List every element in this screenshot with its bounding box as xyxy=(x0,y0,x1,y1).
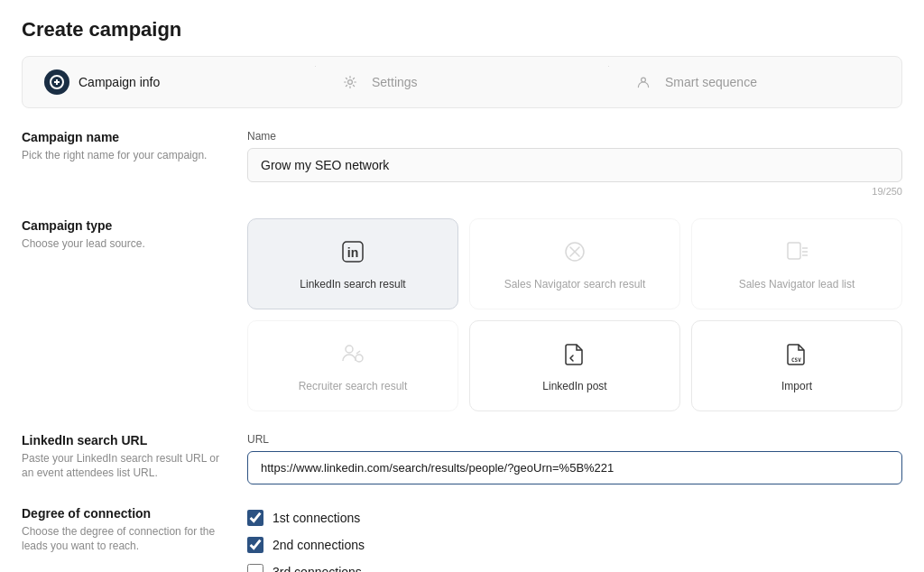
char-count: 19/250 xyxy=(247,186,902,197)
type-linkedin-post-label: LinkedIn post xyxy=(542,379,606,394)
page-container: Create campaign Campaign info xyxy=(0,0,924,572)
url-desc: Paste your LinkedIn search result URL or… xyxy=(22,451,226,482)
recruiter-search-icon xyxy=(337,337,369,370)
header: Create campaign Campaign info xyxy=(0,0,924,108)
campaign-name-input[interactable] xyxy=(247,148,902,182)
campaign-name-desc: Pick the right name for your campaign. xyxy=(22,148,226,163)
type-linkedin-search[interactable]: in LinkedIn search result xyxy=(247,218,458,309)
degree-content: 1st connections 2nd connections 3rd conn… xyxy=(247,506,902,572)
first-connections-label: 1st connections xyxy=(273,511,360,525)
campaign-name-title: Campaign name xyxy=(22,130,226,144)
type-linkedin-post[interactable]: LinkedIn post xyxy=(469,320,680,411)
sales-nav-lead-icon xyxy=(781,235,813,268)
checkbox-first-connections[interactable]: 1st connections xyxy=(247,510,902,526)
svg-point-4 xyxy=(642,78,646,82)
svg-text:CSV: CSV xyxy=(791,356,801,363)
step-3-icon xyxy=(631,69,656,95)
campaign-name-content: Name 19/250 xyxy=(247,130,902,197)
type-sales-nav-lead: Sales Navigator lead list xyxy=(691,218,902,309)
url-section: LinkedIn search URL Paste your LinkedIn … xyxy=(22,433,902,484)
degree-section: Degree of connection Choose the degree o… xyxy=(22,506,902,572)
url-content: URL xyxy=(247,433,902,484)
step-1-label: Campaign info xyxy=(79,75,160,89)
type-linkedin-search-label: LinkedIn search result xyxy=(300,277,405,292)
type-sales-nav-lead-label: Sales Navigator lead list xyxy=(739,277,855,292)
checkbox-second-connections[interactable]: 2nd connections xyxy=(247,537,902,553)
degree-title: Degree of connection xyxy=(22,506,226,521)
step-2-icon xyxy=(337,69,363,95)
type-recruiter-search-label: Recruiter search result xyxy=(299,379,408,394)
campaign-type-title: Campaign type xyxy=(22,218,226,233)
url-input[interactable] xyxy=(247,451,902,484)
page-title: Create campaign xyxy=(22,18,902,42)
step-smart-sequence[interactable]: Smart sequence xyxy=(609,66,901,98)
linkedin-search-icon: in xyxy=(337,235,369,268)
url-field-label: URL xyxy=(247,433,902,446)
step-2-label: Settings xyxy=(372,75,418,89)
type-import[interactable]: CSV Import xyxy=(691,320,902,411)
step-settings[interactable]: Settings xyxy=(316,66,608,98)
campaign-type-section: Campaign type Choose your lead source. i… xyxy=(22,218,902,411)
degree-desc: Choose the degree of connection for the … xyxy=(22,524,226,555)
step-3-label: Smart sequence xyxy=(665,75,757,89)
checkbox-third-input[interactable] xyxy=(247,564,263,572)
stepper: Campaign info Settings xyxy=(22,56,902,108)
campaign-type-grid: in LinkedIn search result xyxy=(247,218,902,411)
campaign-type-content: in LinkedIn search result xyxy=(247,218,902,411)
linkedin-post-icon xyxy=(559,337,591,370)
step-1-icon xyxy=(44,69,69,95)
type-recruiter-search: Recruiter search result xyxy=(247,320,458,411)
svg-line-16 xyxy=(356,351,360,354)
svg-text:in: in xyxy=(347,245,358,260)
url-title: LinkedIn search URL xyxy=(22,433,226,447)
checkbox-first-input[interactable] xyxy=(247,510,263,526)
type-import-label: Import xyxy=(781,379,812,394)
sales-nav-search-icon xyxy=(559,235,591,268)
degree-label-area: Degree of connection Choose the degree o… xyxy=(22,506,247,572)
checkbox-group: 1st connections 2nd connections 3rd conn… xyxy=(247,510,902,572)
svg-point-14 xyxy=(346,346,353,353)
campaign-type-label-area: Campaign type Choose your lead source. xyxy=(22,218,247,411)
checkbox-second-input[interactable] xyxy=(247,537,263,553)
url-label-area: LinkedIn search URL Paste your LinkedIn … xyxy=(22,433,247,484)
name-field-label: Name xyxy=(247,130,902,143)
campaign-type-desc: Choose your lead source. xyxy=(22,236,226,252)
third-connections-label: 3rd connections xyxy=(273,565,362,572)
main-content: Campaign name Pick the right name for yo… xyxy=(0,108,924,572)
type-sales-nav-search-label: Sales Navigator search result xyxy=(504,277,646,292)
svg-point-3 xyxy=(348,80,353,85)
step-campaign-info[interactable]: Campaign info xyxy=(23,66,315,98)
campaign-name-section: Campaign name Pick the right name for yo… xyxy=(22,130,902,197)
checkbox-third-connections[interactable]: 3rd connections xyxy=(247,564,902,572)
campaign-name-label-area: Campaign name Pick the right name for yo… xyxy=(22,130,247,197)
type-sales-nav-search: Sales Navigator search result xyxy=(469,218,680,309)
svg-rect-10 xyxy=(788,243,800,259)
svg-point-15 xyxy=(356,355,363,362)
second-connections-label: 2nd connections xyxy=(273,538,365,552)
import-icon: CSV xyxy=(781,337,813,370)
